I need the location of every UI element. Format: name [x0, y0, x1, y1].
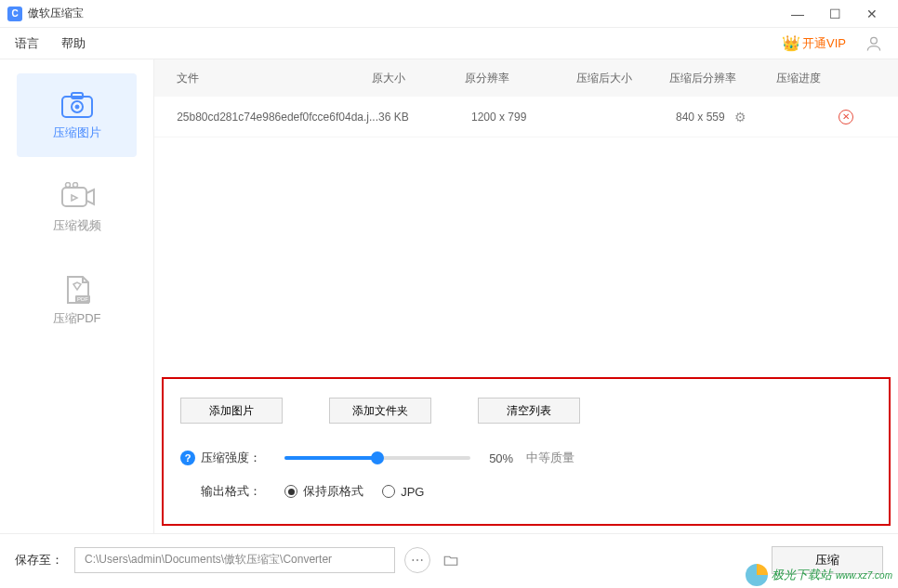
vip-label: 开通VIP: [802, 35, 846, 52]
table-header: 文件 原大小 原分辨率 压缩后大小 压缩后分辨率 压缩进度: [154, 59, 898, 97]
svg-point-7: [73, 183, 77, 188]
sidebar-item-pdf[interactable]: PDF 压缩PDF: [17, 259, 137, 343]
camera-icon: [59, 89, 96, 119]
table-row[interactable]: 25b80cd281c74e986edef0fcce6f04da.j... 36…: [154, 97, 898, 137]
compress-button[interactable]: 压缩: [772, 546, 883, 574]
cell-size: 36 KB: [378, 111, 471, 124]
radio-keep-original[interactable]: 保持原格式: [284, 483, 363, 500]
sidebar-item-label: 压缩视频: [53, 217, 101, 234]
col-header-aftersize: 压缩后大小: [576, 71, 669, 86]
strength-label: 压缩强度：: [201, 450, 266, 466]
sidebar-item-label: 压缩图片: [53, 124, 101, 141]
save-path-input[interactable]: [74, 547, 395, 573]
menubar: 语言 帮助 👑 开通VIP: [0, 28, 898, 59]
format-row: 输出格式： 保持原格式 JPG: [201, 483, 872, 500]
save-to-label: 保存至：: [15, 552, 63, 568]
main-area: 压缩图片 压缩视频 PDF 压缩PDF 文件 原大小 原分辨率 压缩后大小 压缩…: [0, 59, 898, 533]
strength-desc: 中等质量: [526, 450, 574, 466]
svg-point-6: [65, 183, 70, 188]
pdf-icon: PDF: [59, 275, 96, 305]
folder-open-icon[interactable]: [438, 547, 464, 573]
menu-help[interactable]: 帮助: [61, 35, 86, 52]
clear-list-button[interactable]: 清空列表: [478, 398, 580, 424]
gear-icon[interactable]: ⚙: [734, 110, 746, 124]
footer: 保存至： ⋯ 压缩: [0, 533, 898, 585]
format-label: 输出格式：: [201, 483, 266, 500]
close-button[interactable]: ✕: [853, 0, 891, 28]
empty-area: [154, 137, 898, 377]
minimize-button[interactable]: —: [779, 0, 816, 28]
sidebar: 压缩图片 压缩视频 PDF 压缩PDF: [0, 59, 154, 533]
col-header-afterres: 压缩后分辨率: [669, 71, 776, 86]
radio-icon: [382, 485, 395, 498]
add-image-button[interactable]: 添加图片: [180, 398, 283, 424]
content: 文件 原大小 原分辨率 压缩后大小 压缩后分辨率 压缩进度 25b80cd281…: [154, 59, 898, 533]
crown-icon: 👑: [782, 34, 800, 52]
strength-row: ? 压缩强度： 50% 中等质量: [180, 450, 872, 466]
video-icon: [59, 182, 96, 212]
controls-panel: 添加图片 添加文件夹 清空列表 ? 压缩强度： 50% 中等质量 输出格式：: [162, 377, 891, 526]
cell-file: 25b80cd281c74e986edef0fcce6f04da.j...: [177, 111, 378, 124]
more-icon[interactable]: ⋯: [404, 547, 430, 573]
delete-row-button[interactable]: ✕: [839, 110, 876, 124]
radio-jpg[interactable]: JPG: [382, 485, 424, 499]
slider-thumb[interactable]: [371, 451, 384, 464]
radio-icon: [284, 485, 297, 498]
sidebar-item-video[interactable]: 压缩视频: [17, 166, 137, 250]
titlebar: C 傲软压缩宝 — ☐ ✕: [0, 0, 898, 28]
strength-slider[interactable]: [284, 456, 470, 460]
col-header-progress: 压缩进度: [776, 71, 832, 86]
cell-res: 1200 x 799: [471, 111, 583, 124]
add-folder-button[interactable]: 添加文件夹: [329, 398, 431, 424]
sidebar-item-image[interactable]: 压缩图片: [17, 73, 137, 157]
strength-value: 50%: [489, 451, 526, 465]
vip-button[interactable]: 👑 开通VIP: [782, 34, 846, 52]
svg-point-3: [75, 105, 79, 109]
col-header-file: 文件: [177, 71, 372, 86]
maximize-button[interactable]: ☐: [816, 0, 853, 28]
svg-point-0: [871, 37, 878, 44]
col-header-size: 原大小: [372, 71, 465, 86]
app-title: 傲软压缩宝: [28, 6, 84, 21]
info-icon[interactable]: ?: [180, 451, 195, 465]
app-logo: C: [7, 7, 22, 21]
svg-text:PDF: PDF: [77, 296, 88, 302]
user-icon[interactable]: [865, 34, 883, 53]
cell-afterres: 840 x 559 ⚙: [676, 110, 783, 124]
sidebar-item-label: 压缩PDF: [53, 310, 101, 327]
col-header-res: 原分辨率: [465, 71, 576, 86]
menu-language[interactable]: 语言: [15, 35, 39, 52]
